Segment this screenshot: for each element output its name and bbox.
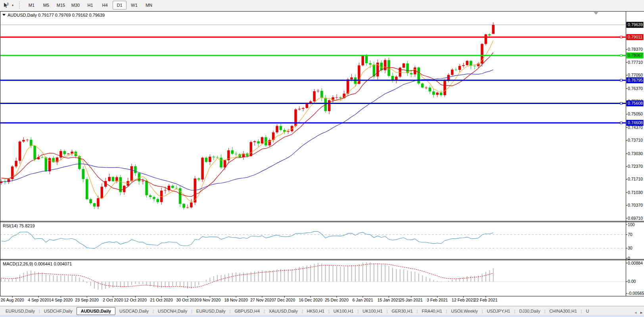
chart-tab-eurusd-daily[interactable]: EURUSD,Daily [2, 307, 39, 315]
rsi-axis-tick: 100 [628, 222, 635, 227]
date-axis-tick: 22 Feb 2021 [474, 298, 498, 302]
cursor-tool-button[interactable] [2, 1, 10, 9]
timeframe-button-M30[interactable]: M30 [69, 1, 82, 10]
price-axis-tick: 0.78370 [628, 47, 643, 52]
price-axis-tick: 0.77050 [628, 73, 643, 77]
svg-text:0.78067: 0.78067 [628, 53, 643, 58]
chart-tab-usdchf-daily[interactable]: USDCHF,Daily [40, 307, 77, 315]
price-axis-tick: 0.73030 [628, 151, 643, 156]
price-axis-tick: 0.77710 [628, 60, 643, 65]
date-axis-tick: 30 Oct 2020 [176, 298, 199, 302]
chart-tab-uk100-h1[interactable]: UK100,H1 [358, 307, 387, 315]
price-axis-tick: 0.69710 [628, 216, 643, 221]
date-axis-tick: 4 Sep 2020 [28, 298, 49, 302]
chart-tab-u[interactable]: U [582, 307, 593, 315]
macd-axis-tick: 0.00 [628, 279, 636, 284]
chart-tab-usdcad-daily[interactable]: USDCAD,Daily [115, 307, 153, 315]
chart-tab-xauusd-daily[interactable]: XAUUSD,Daily [265, 307, 302, 315]
date-axis-tick: 3 Feb 2021 [427, 298, 448, 302]
svg-text:0.79011: 0.79011 [628, 35, 642, 39]
cursor-tool-icon [3, 2, 9, 8]
date-axis-tick: 6 Jan 2021 [353, 298, 373, 302]
svg-text:0.76795: 0.76795 [628, 78, 643, 83]
chart-tab-uk100-h1[interactable]: UK100,H1 [330, 307, 358, 315]
macd-axis-tick: 0.00884 [628, 261, 643, 265]
chart-tab-gbpusd-h4[interactable]: GBPUSD,H4 [230, 307, 264, 315]
rsi-label: RSI(14) 75.8219 [3, 223, 35, 228]
chart-title-ohlc: AUDUSD,Daily 0.79177 0.79769 0.79162 0.7… [8, 13, 105, 17]
level-line-handle[interactable] [620, 102, 622, 104]
price-axis-tick: 0.72370 [628, 164, 643, 169]
chart-tabs-bar: EURUSD,Daily|USDCHF,DailyAUDUSD,DailyUSD… [0, 306, 644, 315]
date-axis-tick: 16 Dec 2020 [299, 298, 322, 302]
price-level-badge-0.74608: 0.74608 [627, 120, 644, 126]
date-axis-tick: 25 Dec 2020 [325, 298, 349, 302]
top-toolbar: ▾ M1M5M15M30H1H4D1W1MN [0, 0, 644, 11]
date-axis-tick: 12 Oct 2020 [124, 298, 147, 302]
timeframe-button-MN[interactable]: MN [142, 1, 156, 10]
price-axis-tick: 0.75050 [628, 111, 643, 116]
chart-tab-hk50-h1[interactable]: HK50,H1 [303, 307, 329, 315]
chart-tab-eurusd-daily[interactable]: EURUSD,Daily [192, 307, 230, 315]
chart-tab-ger30-h1[interactable]: GER30,H1 [388, 307, 417, 315]
svg-text:0.79639: 0.79639 [628, 22, 643, 27]
level-line-handle[interactable] [620, 36, 622, 38]
timeframe-button-M1[interactable]: M1 [25, 1, 38, 10]
chart-tab-china300-h1[interactable]: CHINA300,H1 [545, 307, 581, 315]
date-axis-tick: 7 Dec 2020 [274, 298, 295, 302]
toolbar-grip [19, 2, 21, 9]
price-level-badge-0.79011: 0.79011 [627, 34, 644, 40]
chart-tab-usdcnh-daily[interactable]: USDCNH,Daily [154, 307, 192, 315]
date-axis-tick: 23 Sep 2020 [75, 298, 99, 302]
chart-canvas[interactable]: AUDUSD,Daily 0.79177 0.79769 0.79162 0.7… [0, 10, 644, 306]
date-axis-tick: 15 Jan 2021 [378, 298, 401, 302]
svg-text:0.74608: 0.74608 [628, 120, 643, 125]
macd-axis-tick: -0.005651 [628, 291, 644, 296]
level-line-handle[interactable] [620, 122, 622, 124]
timeframe-buttons: M1M5M15M30H1H4D1W1MN [25, 0, 157, 10]
date-axis-tick: 14 Sep 2020 [49, 298, 73, 302]
timeframe-button-D1[interactable]: D1 [113, 1, 126, 10]
macd-label: MACD(12,26,9) 0.006441 0.004071 [3, 261, 72, 266]
timeframe-button-W1[interactable]: W1 [127, 1, 141, 10]
chart-tab-usoil-weekly[interactable]: USOil,Weekly [447, 307, 482, 315]
price-axis-tick: 0.70370 [628, 203, 643, 207]
date-axis-tick: 26 Aug 2020 [1, 298, 24, 302]
date-axis-tick: 27 Nov 2020 [250, 298, 274, 302]
svg-text:0.75608: 0.75608 [628, 101, 643, 106]
timeframe-button-H1[interactable]: H1 [83, 1, 97, 10]
date-axis-tick: 9 Nov 2020 [199, 298, 221, 302]
chart-tab-audusd-daily[interactable]: AUDUSD,Daily [77, 307, 115, 315]
chart-tab-fra40-h1[interactable]: FRA40,H1 [418, 307, 446, 315]
cursor-tool-dropdown[interactable]: ▾ [10, 1, 15, 9]
date-axis-tick: 2 Oct 2020 [103, 298, 123, 302]
level-line-handle[interactable] [620, 54, 622, 56]
date-axis-tick: 21 Oct 2020 [150, 298, 173, 302]
price-level-badge-0.75608: 0.75608 [627, 100, 644, 106]
price-level-badge-0.76795: 0.76795 [627, 77, 644, 83]
date-axis-tick: 25 Jan 2021 [400, 298, 423, 302]
timeframe-button-M15[interactable]: M15 [54, 1, 68, 10]
rsi-axis-tick: 0 [628, 256, 630, 261]
price-axis-tick: 0.73710 [628, 138, 643, 142]
price-axis-tick: 0.71030 [628, 190, 643, 195]
timeframe-button-H4[interactable]: H4 [98, 1, 112, 10]
date-axis-tick: 12 Feb 2021 [452, 298, 475, 302]
current-price-badge: 0.79639 [627, 22, 644, 28]
timeframe-button-M5[interactable]: M5 [39, 1, 53, 10]
level-line-handle[interactable] [620, 79, 622, 81]
price-level-badge-0.78067: 0.78067 [627, 52, 644, 58]
bottom-strip [0, 315, 644, 317]
date-axis-tick: 18 Nov 2020 [224, 298, 248, 302]
price-axis-tick: 0.76370 [628, 86, 643, 91]
rsi-axis-tick: 70 [628, 232, 632, 237]
rsi-axis-tick: 30 [628, 246, 632, 250]
chart-tab-usdjpy-h1[interactable]: USDJPY,H1 [483, 307, 514, 315]
chart-tab-dj30-daily[interactable]: DJ30,Daily [515, 307, 544, 315]
price-axis-tick: 0.71710 [628, 177, 643, 181]
